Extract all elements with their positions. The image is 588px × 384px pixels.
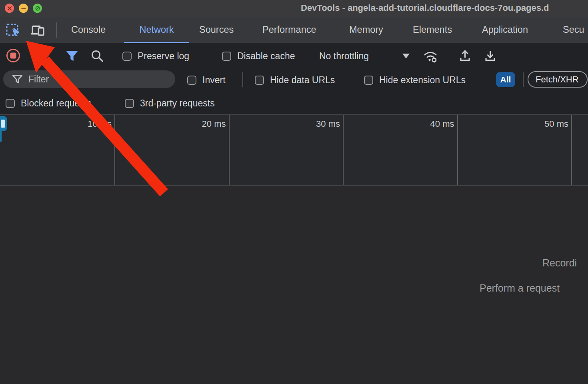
network-requests-panel: Recordi Perform a request [0,186,588,384]
tab-console[interactable]: Console [60,17,116,43]
timeline-segment: 40 ms [344,115,458,185]
hide-data-urls-checkbox[interactable]: Hide data URLs [255,75,335,86]
window-titlebar: DevTools - angela-add-tutorial.cloudflar… [0,0,588,17]
all-filter-button[interactable]: All [496,72,515,87]
disable-cache-checkbox[interactable]: Disable cache [222,51,295,62]
tab-performance[interactable]: Performance [252,17,327,43]
export-har-icon[interactable] [483,49,497,63]
third-party-requests-checkbox[interactable]: 3rd-party requests [125,98,215,109]
recording-status-text: Recordi [542,257,577,269]
import-har-icon[interactable] [458,49,472,63]
tab-memory[interactable]: Memory [338,17,394,43]
checkbox[interactable] [255,76,264,85]
tab-network[interactable]: Network [124,17,189,43]
invert-checkbox[interactable]: Invert [187,75,226,86]
device-toolbar-icon[interactable] [30,22,46,38]
window-title: DevTools - angela-add-tutorial.cloudflar… [301,3,549,13]
clear-log-icon[interactable] [33,50,45,62]
filter-input[interactable] [28,74,170,85]
timeline-segment: 10 ms [0,115,115,185]
minimize-icon[interactable] [19,4,28,13]
inspect-icon[interactable] [5,22,21,38]
zoom-icon[interactable] [33,4,42,13]
devtools-tabbar: Console Network Sources Performance Memo… [0,17,588,43]
filter-input-pill[interactable] [3,70,175,88]
tab-security[interactable]: Secu [552,17,588,43]
divider [242,72,243,87]
hide-extension-urls-checkbox[interactable]: Hide extension URLs [364,75,466,86]
timeline-segment: 20 ms [115,115,230,185]
checkbox[interactable] [187,76,196,85]
divider [56,22,57,38]
throttling-select[interactable]: No throttling [319,51,369,62]
network-conditions-icon[interactable] [422,48,439,64]
network-overview-timeline[interactable]: 10 ms 20 ms 30 ms 40 ms 50 ms [0,114,588,186]
search-icon[interactable] [90,49,104,63]
preserve-log-checkbox[interactable]: Preserve log [122,51,189,62]
timeline-segment [572,115,588,185]
blocked-requests-checkbox[interactable]: Blocked requests [6,98,91,109]
fetch-xhr-filter-button[interactable]: Fetch/XHR [528,71,588,88]
timeline-segment: 30 ms [230,115,344,185]
chevron-down-icon[interactable] [402,54,410,58]
record-stop-button[interactable] [6,48,20,63]
funnel-icon [12,74,23,84]
tab-elements[interactable]: Elements [402,17,463,43]
tab-sources[interactable]: Sources [188,17,244,43]
network-filter-row-2: Blocked requests 3rd-party requests [0,91,588,114]
network-toolbar: Preserve log Disable cache No throttling [0,43,588,68]
overview-request-marker [0,116,7,131]
checkbox[interactable] [6,99,15,108]
close-icon[interactable] [5,4,14,13]
timeline-segment: 50 ms [458,115,572,185]
tab-application[interactable]: Application [471,17,539,43]
checkbox[interactable] [364,76,373,85]
overview-selection-marker [0,131,2,142]
empty-state-hint-text: Perform a request [480,282,560,294]
divider [523,72,524,87]
filter-icon[interactable] [65,50,79,62]
checkbox[interactable] [222,52,231,61]
checkbox[interactable] [125,99,134,108]
network-filter-row: Invert Hide data URLs Hide extension URL… [0,68,588,91]
checkbox[interactable] [122,52,132,61]
